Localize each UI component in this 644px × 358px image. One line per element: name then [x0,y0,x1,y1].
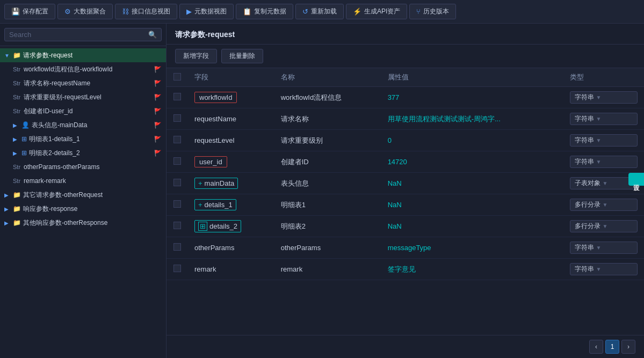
folder-icon: 📁 [13,219,21,227]
value-cell: 377 [381,87,563,108]
tree-label-requestLevel: 请求重要级别-requestLevel [24,93,151,102]
interface-view-button[interactable]: ⛓ 接口信息视图 [115,4,177,19]
type-badge[interactable]: 字符串▼ [570,242,638,254]
name-cell: workflowId流程信息 [274,87,381,108]
type-badge[interactable]: 多行分录▼ [570,220,638,232]
tree-toggle-mainData: ▶ [13,122,19,128]
field-value: + details_1 [194,199,236,210]
tree-label-remark: remark-remark [24,177,162,185]
field-cell: requestLevel [188,130,274,151]
type-label: 字符串 [575,114,594,123]
flag-icon: 🚩 [154,80,162,87]
table-row: otherParamsotherParamsmessageType字符串▼ [167,237,644,259]
copy-meta-button[interactable]: 📋 复制元数据 [236,4,293,19]
type-cell: 字符串▼ [563,108,644,130]
table-row: user_id创建者ID14720字符串▼ [167,151,644,173]
type-cell: 字符串▼ [563,130,644,151]
tree-item-otherResponse[interactable]: ▶ 📁 其他响应参数-otherResponse [0,216,166,230]
history-icon: ⑂ [416,8,421,16]
row-checkbox[interactable] [173,114,181,122]
value-cell: NaN [381,216,563,237]
tree-item-otherParams[interactable]: Str otherParams-otherParams [0,160,166,174]
row-checkbox[interactable] [173,265,181,272]
select-all-checkbox[interactable] [173,73,181,81]
tree-item-details2[interactable]: ▶ ⊞ 明细表2-details_2 🚩 [0,146,166,160]
gear-icon: ⚙ [64,8,71,16]
tree-item-workflowId[interactable]: Str workflowId流程信息-workflowId 🚩 [0,62,166,76]
type-badge[interactable]: 字符串▼ [570,156,638,168]
row-checkbox-cell [167,216,188,237]
gen-api-button[interactable]: ⚡ 生成API资产 [346,4,407,19]
row-checkbox[interactable] [173,243,181,251]
row-checkbox[interactable] [173,200,181,208]
reload-button[interactable]: ↺ 重新加载 [295,4,344,19]
content-actions: 新增字段 批量删除 [167,45,644,68]
field-value: requestLevel [194,136,234,144]
caret-icon: ▼ [603,223,608,229]
type-badge[interactable]: 字符串▼ [570,91,638,104]
row-checkbox[interactable] [173,179,181,186]
search-input-wrap[interactable]: 🔍 [4,28,162,41]
tree-item-requestLevel[interactable]: Str 请求重要级别-requestLevel 🚩 [0,90,166,104]
tree-item-otherRequest[interactable]: ▶ 📁 其它请求参数-otherRequest [0,188,166,202]
search-bar: 🔍 [0,24,166,46]
page-1-button[interactable]: 1 [605,340,619,354]
str-badge: Str [13,80,20,86]
value-cell: NaN [381,194,563,216]
save-config-button[interactable]: 💾 保存配置 [4,4,55,19]
table-row: workflowIdworkflowId流程信息377字符串▼ [167,87,644,108]
field-cell: requestName [188,108,274,130]
prev-page-button[interactable]: ‹ [589,340,603,354]
tree-item-mainData[interactable]: ▶ 👤 表头信息-mainData 🚩 [0,118,166,132]
row-checkbox-cell [167,237,188,259]
value-cell: 0 [381,130,563,151]
name-cell: 表头信息 [274,173,381,194]
tree-item-creatorId[interactable]: Str 创建者ID-user_id 🚩 [0,104,166,118]
tree-toggle-otherResponse: ▶ [4,220,11,226]
caret-icon: ▼ [596,116,602,122]
type-badge[interactable]: 子表对象▼ [570,177,638,189]
tree-item-remark[interactable]: Str remark-remark [0,174,166,188]
flag-icon: 🚩 [154,136,162,143]
type-badge[interactable]: 字符串▼ [570,263,638,275]
tree-item-request[interactable]: ▼ 📁 请求参数-request [0,48,166,62]
add-field-button[interactable]: 新增字段 [175,49,217,63]
search-icon[interactable]: 🔍 [148,31,157,39]
type-label: 多行分录 [575,200,600,209]
value-cell: 14720 [381,151,563,173]
tree-label-response: 响应参数-response [23,204,162,214]
type-badge[interactable]: 字符串▼ [570,134,638,147]
field-value: workflowId [194,92,237,103]
tree-item-details1[interactable]: ▶ ⊞ 明细表1-details_1 🚩 [0,132,166,146]
row-checkbox[interactable] [173,136,181,143]
right-settings-tab[interactable]: 设置 [628,173,644,186]
type-cell: 多行分录▼ [563,216,644,237]
caret-icon: ▼ [596,245,602,251]
next-page-button[interactable]: › [621,340,635,354]
search-input[interactable] [9,31,148,39]
type-badge[interactable]: 字符串▼ [570,113,638,125]
field-value: + mainData [194,178,238,189]
type-label: 子表对象 [575,179,600,188]
batch-delete-button[interactable]: 批量删除 [221,49,263,63]
name-cell: otherParams [274,237,381,259]
table-row: + details_1明细表1NaN多行分录▼ [167,194,644,216]
row-checkbox[interactable] [173,93,181,100]
meta-view-button[interactable]: ▶ 元数据视图 [179,4,234,19]
bigdata-merge-button[interactable]: ⚙ 大数据聚合 [57,4,113,19]
th-value: 属性值 [381,68,563,87]
name-cell: 请求重要级别 [274,130,381,151]
grid-icon: ⊞ [21,149,27,157]
tree-item-requestName[interactable]: Str 请求名称-requestName 🚩 [0,76,166,90]
row-checkbox-cell [167,173,188,194]
tree-item-response[interactable]: ▶ 📁 响应参数-response [0,202,166,216]
table-row: requestName请求名称用草使用流程测试测试测试-周鸿字...字符串▼ [167,108,644,130]
caret-icon: ▼ [596,159,602,165]
row-checkbox[interactable] [173,157,181,165]
type-cell: 字符串▼ [563,237,644,259]
caret-icon: ▼ [596,94,602,100]
type-badge[interactable]: 多行分录▼ [570,199,638,211]
history-button[interactable]: ⑂ 历史版本 [409,4,456,19]
row-checkbox[interactable] [173,222,181,229]
type-cell: 多行分录▼ [563,194,644,216]
